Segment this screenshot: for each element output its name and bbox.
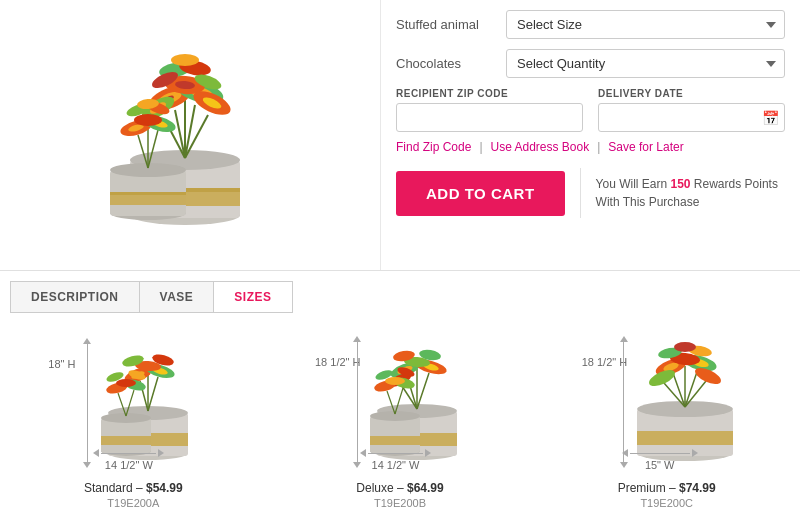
separator-2: | xyxy=(597,140,600,154)
standard-width-area: 14 1/2" W xyxy=(93,449,164,471)
separator-1: | xyxy=(479,140,482,154)
chocolates-label: Chocolates xyxy=(396,56,506,71)
date-group: DELIVERY DATE 📅 xyxy=(598,88,785,132)
tab-description[interactable]: DESCRIPTION xyxy=(10,281,140,313)
links-row: Find Zip Code | Use Address Book | Save … xyxy=(396,140,785,154)
standard-height-label: 18" H xyxy=(48,358,75,370)
zip-date-row: RECIPIENT ZIP CODE DELIVERY DATE 📅 xyxy=(396,88,785,132)
deluxe-size-info: Deluxe – $64.99 T19E200B xyxy=(356,477,443,509)
date-input[interactable] xyxy=(598,103,785,132)
zip-group: RECIPIENT ZIP CODE xyxy=(396,88,583,132)
product-form-area: Stuffed animal Select Size Chocolates Se… xyxy=(380,0,800,270)
tabs-row: DESCRIPTION VASE SIZES xyxy=(0,271,800,313)
premium-code: T19E200C xyxy=(640,497,693,509)
svg-rect-72 xyxy=(370,416,420,453)
size-option-standard-image: 18" H xyxy=(48,328,218,471)
premium-width-area: 15" W xyxy=(622,449,698,471)
svg-point-38 xyxy=(134,114,162,126)
svg-line-51 xyxy=(148,377,158,411)
main-product-svg xyxy=(70,30,300,240)
stuffed-animal-row: Stuffed animal Select Size xyxy=(396,10,785,39)
deluxe-plant-svg xyxy=(357,331,477,463)
premium-plant-svg xyxy=(620,331,750,463)
standard-plant-svg xyxy=(88,333,208,463)
rewards-divider xyxy=(580,168,581,218)
chocolates-select[interactable]: Select Quantity xyxy=(506,49,785,78)
svg-rect-97 xyxy=(637,431,733,445)
rewards-points: 150 xyxy=(671,177,691,191)
tab-sizes[interactable]: SIZES xyxy=(214,281,292,313)
svg-rect-9 xyxy=(110,192,186,195)
stuffed-animal-select[interactable]: Select Size xyxy=(506,10,785,39)
product-image-area xyxy=(0,0,380,270)
standard-size-info: Standard – $54.99 T19E200A xyxy=(84,477,183,509)
date-label: DELIVERY DATE xyxy=(598,88,785,99)
zip-input[interactable] xyxy=(396,103,583,132)
standard-code: T19E200A xyxy=(107,497,159,509)
tab-vase[interactable]: VASE xyxy=(140,281,215,313)
deluxe-name: Deluxe – $64.99 xyxy=(356,481,443,495)
zip-label: RECIPIENT ZIP CODE xyxy=(396,88,583,99)
svg-rect-74 xyxy=(370,436,420,445)
date-input-wrapper: 📅 xyxy=(598,103,785,132)
svg-rect-49 xyxy=(101,436,151,445)
stuffed-animal-label: Stuffed animal xyxy=(396,17,506,32)
find-zip-link[interactable]: Find Zip Code xyxy=(396,140,471,154)
premium-width-label: 15" W xyxy=(645,459,675,471)
premium-name: Premium – $74.99 xyxy=(618,481,716,495)
standard-name: Standard – $54.99 xyxy=(84,481,183,495)
size-option-premium[interactable]: 18 1/2" H xyxy=(543,328,790,509)
rewards-text: You Will Earn 150 Rewards PointsWith Thi… xyxy=(596,175,778,211)
svg-line-76 xyxy=(417,373,429,409)
svg-point-64 xyxy=(116,379,136,387)
add-to-cart-button[interactable]: ADD TO CART xyxy=(396,171,565,216)
size-option-standard[interactable]: 18" H xyxy=(10,328,257,509)
page-wrapper: Stuffed animal Select Size Chocolates Se… xyxy=(0,0,800,524)
size-option-deluxe-image: 18 1/2" H xyxy=(315,328,485,471)
add-to-cart-row: ADD TO CART You Will Earn 150 Rewards Po… xyxy=(396,168,785,218)
standard-width-label: 14 1/2" W xyxy=(105,459,153,471)
svg-point-28 xyxy=(171,54,199,66)
address-book-link[interactable]: Use Address Book xyxy=(491,140,590,154)
premium-size-info: Premium – $74.99 T19E200C xyxy=(618,477,716,509)
deluxe-code: T19E200B xyxy=(374,497,426,509)
svg-point-91 xyxy=(385,377,405,385)
size-option-premium-image: 18 1/2" H xyxy=(582,328,752,471)
rewards-before: You Will Earn xyxy=(596,177,671,191)
save-for-later-link[interactable]: Save for Later xyxy=(608,140,683,154)
svg-point-112 xyxy=(674,342,696,352)
size-options-section: 18" H xyxy=(0,313,800,524)
product-image xyxy=(65,25,305,245)
svg-rect-47 xyxy=(101,418,151,453)
chocolates-row: Chocolates Select Quantity xyxy=(396,49,785,78)
top-section: Stuffed animal Select Size Chocolates Se… xyxy=(0,0,800,271)
deluxe-width-area: 14 1/2" W xyxy=(360,449,431,471)
deluxe-width-label: 14 1/2" W xyxy=(372,459,420,471)
size-option-deluxe[interactable]: 18 1/2" H xyxy=(277,328,524,509)
